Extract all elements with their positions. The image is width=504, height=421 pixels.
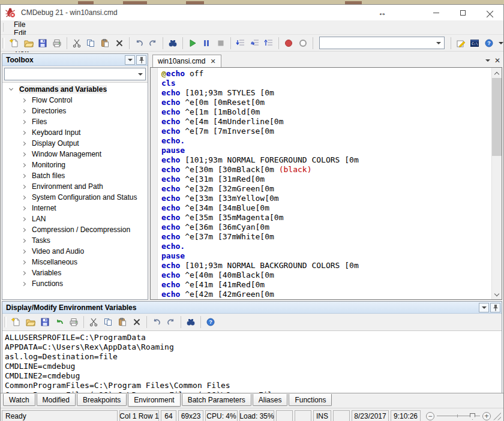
toolbox-pin-button[interactable]	[136, 55, 146, 65]
toolbar-grip[interactable]	[4, 317, 7, 327]
code-line[interactable]: echo [101;93m STYLES [0m	[161, 88, 491, 98]
code-line[interactable]: echo ^e[34m [34mBlue[0m	[161, 203, 491, 213]
tree-item-display-output[interactable]: Display Output	[2, 138, 148, 149]
command-input[interactable]	[320, 37, 434, 49]
undo-button[interactable]	[132, 36, 146, 50]
bottom-tab-aliases[interactable]: Aliases	[253, 394, 288, 406]
editor-tab-win10ansi[interactable]: win10ansi.cmd ✕	[152, 55, 221, 67]
environment-variable-line[interactable]: APPDATA=C:\Users\Rex\AppData\Roaming	[5, 342, 502, 352]
code-line[interactable]: echo.	[161, 242, 491, 251]
tree-chevron-icon[interactable]	[22, 163, 26, 167]
code-line[interactable]: echo ^e[32m [32mGreen[0m	[161, 184, 491, 194]
tree-item-commands-and-variables[interactable]: Commands and Variables	[2, 84, 148, 95]
tree-item-files[interactable]: Files	[2, 116, 148, 127]
tree-item-variables[interactable]: Variables	[2, 267, 148, 278]
delete-button[interactable]	[130, 315, 144, 329]
scroll-up-button[interactable]	[492, 68, 502, 78]
code-text[interactable]: @echo offclsecho [101;93m STYLES [0mecho…	[158, 68, 491, 299]
code-line[interactable]: @echo off	[161, 69, 491, 79]
tree-item-environment-and-path[interactable]: Environment and Path	[2, 181, 148, 192]
tree-item-tasks[interactable]: Tasks	[2, 235, 148, 246]
code-line[interactable]: echo ^e[4m [4mUnderline[0m	[161, 117, 491, 127]
tree-chevron-icon[interactable]	[22, 216, 26, 221]
tree-chevron-icon[interactable]	[22, 238, 26, 242]
maximize-button[interactable]	[449, 5, 476, 20]
tree-chevron-icon[interactable]	[22, 249, 26, 253]
zoom-slider-track[interactable]	[437, 416, 480, 416]
zoom-slider-thumb[interactable]	[470, 413, 475, 420]
code-line[interactable]: echo ^e[37m [37mWhite[0m	[161, 232, 491, 242]
environment-variable-line[interactable]: CommonProgramFiles=C:\Program Files\Comm…	[5, 381, 502, 390]
command-combobox[interactable]	[319, 37, 445, 49]
tree-chevron-icon[interactable]	[22, 98, 26, 102]
breakpoint-button[interactable]	[281, 36, 296, 50]
code-line[interactable]: echo ^e[31m [31mRed[0m	[161, 175, 491, 184]
code-line[interactable]: echo ^e[41m [41mRed[0m	[161, 280, 491, 290]
code-editor[interactable]: @echo offclsecho [101;93m STYLES [0mecho…	[150, 67, 502, 300]
tree-item-batch-files[interactable]: Batch files	[2, 170, 148, 181]
tree-chevron-icon[interactable]	[22, 260, 26, 264]
paste-button[interactable]	[115, 315, 130, 329]
tree-item-functions[interactable]: Functions	[2, 278, 148, 289]
environment-variables-text[interactable]: ALLUSERSPROFILE=C:\ProgramDataAPPDATA=C:…	[2, 330, 502, 393]
tree-chevron-icon[interactable]	[22, 184, 26, 188]
tab-close-icon[interactable]: ✕	[210, 58, 215, 65]
bottom-tab-watch[interactable]: Watch	[3, 394, 35, 406]
code-line[interactable]: pause	[161, 251, 491, 261]
copy-button[interactable]	[84, 36, 98, 50]
cut-button[interactable]	[86, 315, 101, 329]
bottom-tab-functions[interactable]: Functions	[289, 394, 332, 406]
bottom-tab-batch-parameters[interactable]: Batch Parameters	[182, 394, 251, 406]
save-button[interactable]	[38, 315, 52, 329]
toolbox-filter-input[interactable]	[5, 68, 135, 80]
code-line[interactable]: echo ^e[40m [40mBlack[0m	[161, 270, 491, 280]
code-line[interactable]: echo ^e[1m [1mBold[0m	[161, 107, 491, 117]
tree-chevron-icon[interactable]	[22, 141, 26, 145]
step-over-button[interactable]	[248, 36, 262, 50]
tree-item-system-configuration-and-status[interactable]: System Configuration and Status	[2, 192, 148, 203]
environment-variable-line[interactable]: CMDLINE2=cmdebug	[5, 371, 502, 381]
command-combo-dropdown-button[interactable]	[434, 37, 444, 49]
find-button[interactable]	[166, 36, 180, 50]
minimize-button[interactable]	[422, 5, 449, 20]
tree-chevron-icon[interactable]	[22, 227, 26, 231]
toolbox-combo-dropdown-button[interactable]	[135, 68, 145, 80]
code-line[interactable]: echo ^e[0m [0mReset[0m	[161, 98, 491, 107]
close-button[interactable]	[476, 5, 503, 20]
tree-item-video-and-audio[interactable]: Video and Audio	[2, 246, 148, 257]
stop-button[interactable]	[214, 36, 228, 50]
tree-item-monitoring[interactable]: Monitoring	[2, 160, 148, 170]
tree-item-directories[interactable]: Directories	[2, 106, 148, 116]
code-line[interactable]: cls	[161, 79, 491, 88]
tree-chevron-icon[interactable]	[22, 206, 26, 210]
tree-chevron-icon[interactable]	[22, 109, 26, 113]
tree-chevron-icon[interactable]	[22, 195, 26, 199]
open-file-button[interactable]	[22, 36, 36, 50]
code-line[interactable]: echo ^e[7m [7mInverse[0m	[161, 127, 491, 136]
clear-breakpoint-button[interactable]	[296, 36, 310, 50]
bottom-tab-breakpoints[interactable]: Breakpoints	[77, 394, 127, 406]
tree-chevron-icon[interactable]	[22, 119, 26, 124]
toolbar-overflow-chevron-icon[interactable]	[499, 42, 503, 44]
tree-chevron-icon[interactable]	[22, 281, 26, 285]
tree-chevron-icon[interactable]	[22, 270, 26, 275]
zoom-out-button[interactable]: −	[426, 412, 434, 420]
cut-button[interactable]	[70, 36, 84, 50]
bottom-tab-modified[interactable]: Modified	[37, 394, 76, 406]
copy-button[interactable]	[101, 315, 115, 329]
toolbox-filter-combobox[interactable]	[4, 68, 146, 80]
toolbox-menu-button[interactable]	[125, 55, 135, 65]
tree-item-internet[interactable]: Internet	[2, 203, 148, 213]
new-file-button[interactable]	[7, 36, 22, 50]
code-line[interactable]: echo ^e[30m [30mBlack[0m (black)	[161, 165, 491, 175]
tree-item-keyboard-input[interactable]: Keyboard Input	[2, 127, 148, 138]
tree-chevron-icon[interactable]	[9, 86, 13, 91]
open-file-button[interactable]	[23, 315, 38, 329]
paste-button[interactable]	[98, 36, 112, 50]
new-file-button[interactable]	[9, 315, 23, 329]
tabbar-close-button[interactable]: ✕	[493, 56, 502, 65]
tree-item-miscellaneous[interactable]: Miscellaneous	[2, 257, 148, 267]
environment-variable-line[interactable]: CMDLINE=cmdebug	[5, 362, 502, 371]
code-line[interactable]: echo.	[161, 136, 491, 146]
code-line[interactable]: pause	[161, 146, 491, 155]
